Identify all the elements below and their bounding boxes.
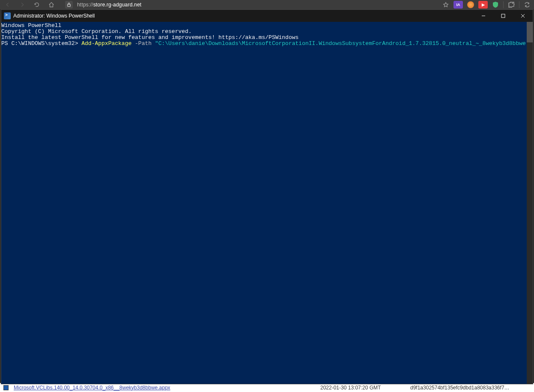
scrollbar-thumb[interactable] (527, 22, 533, 42)
extensions-icon[interactable] (508, 1, 515, 8)
extension-red-icon[interactable]: ▶ (478, 1, 488, 9)
minimize-button[interactable] (474, 10, 493, 22)
window-controls (474, 10, 533, 22)
window-title: Administrator: Windows PowerShell (13, 13, 474, 19)
terminal-command-line: PS C:\WINDOWS\system32> Add-AppxPackage … (1, 41, 533, 47)
address-bar[interactable]: https://store.rg-adguard.net (65, 1, 442, 9)
file-link[interactable]: Microsoft.VCLibs.140.00_14.0.30704.0_x86… (12, 385, 320, 391)
string-token: "C:\Users\danie\Downloads\MicrosoftCorpo… (155, 40, 533, 47)
powershell-window: Administrator: Windows PowerShell Window… (1, 9, 533, 384)
title-bar[interactable]: Administrator: Windows PowerShell (1, 10, 533, 22)
extension-ia-icon[interactable]: IA (453, 1, 463, 9)
prompt: PS C:\WINDOWS\system32> (1, 40, 81, 47)
maximize-button[interactable] (493, 10, 513, 22)
file-date: 2022-01-30 13:07:20 GMT (320, 385, 410, 391)
row-checkbox[interactable] (0, 385, 12, 390)
powershell-icon (4, 12, 11, 19)
svg-rect-0 (68, 4, 71, 6)
cmdlet-token: Add-AppxPackage (81, 40, 131, 47)
browser-toolbar: https://store.rg-adguard.net IA ▶ (0, 0, 534, 9)
home-button[interactable] (48, 1, 55, 8)
forward-button[interactable] (19, 1, 26, 8)
background-page: Microsoft.VCLibs.140.00_14.0.30704.0_x86… (0, 383, 534, 392)
terminal-line: Windows PowerShell (1, 23, 533, 29)
param-token: -Path (131, 40, 155, 47)
separator (503, 1, 504, 8)
browser-right-icons: IA ▶ (442, 1, 532, 9)
favorite-icon[interactable] (442, 1, 449, 8)
scrollbar-track[interactable] (527, 22, 533, 384)
terminal-area[interactable]: Windows PowerShellCopyright (C) Microsof… (1, 22, 533, 384)
separator (519, 1, 519, 8)
sync-icon[interactable] (524, 1, 531, 8)
close-button[interactable] (513, 10, 533, 22)
back-button[interactable] (4, 1, 11, 8)
svg-rect-1 (501, 14, 505, 18)
refresh-button[interactable] (33, 1, 40, 8)
table-row: Microsoft.VCLibs.140.00_14.0.30704.0_x86… (0, 383, 534, 392)
terminal-line: Install the latest PowerShell for new fe… (1, 35, 533, 41)
terminal-line: Copyright (C) Microsoft Corporation. All… (1, 29, 533, 35)
extension-circle-icon[interactable] (467, 1, 474, 8)
browser-nav-group (2, 1, 55, 8)
file-hash: d9f1a302574bf135efc9dbd1a8083a336f7… (410, 385, 534, 391)
extension-shield-icon[interactable] (492, 1, 499, 8)
lock-icon (65, 1, 73, 9)
url-text: https://store.rg-adguard.net (77, 2, 141, 8)
